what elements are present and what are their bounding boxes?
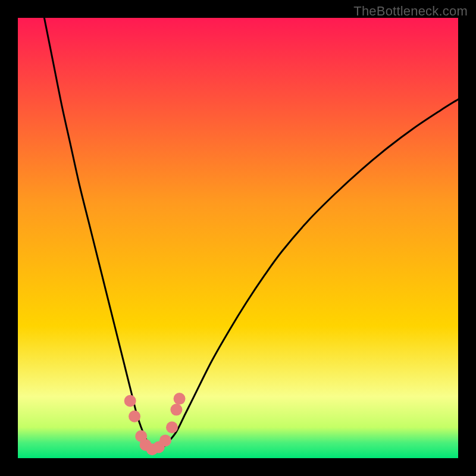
gradient-background xyxy=(18,18,458,458)
curve-marker xyxy=(166,421,178,433)
curve-marker xyxy=(159,434,171,446)
chart-svg xyxy=(18,18,458,458)
plot-area xyxy=(18,18,458,458)
curve-marker xyxy=(170,404,182,416)
watermark-text: TheBottleneck.com xyxy=(353,4,468,19)
chart-frame: TheBottleneck.com xyxy=(0,0,476,476)
curve-marker xyxy=(174,393,186,405)
curve-marker xyxy=(129,411,140,422)
curve-marker xyxy=(124,395,136,407)
